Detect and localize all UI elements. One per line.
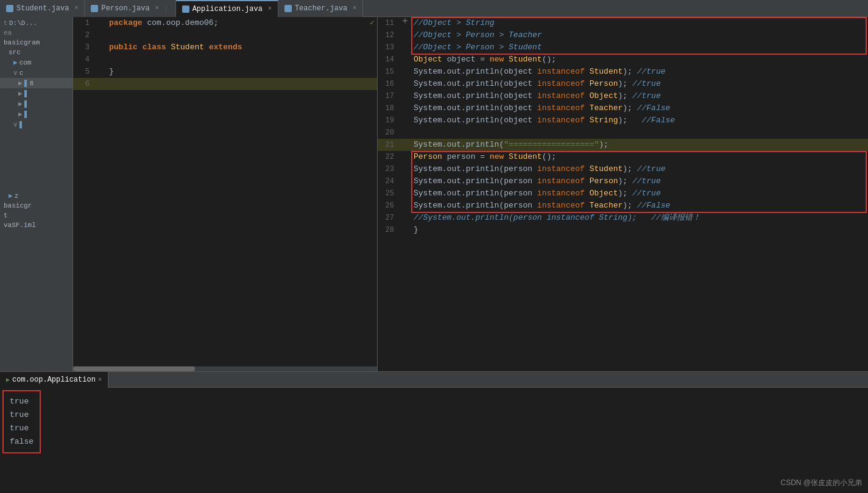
bottom-content: true true true false [0,388,868,493]
tab-teacher-java[interactable]: Teacher.java × [278,0,363,17]
code-line: 22 Person person = new Student(); [378,151,868,163]
tab-student-java[interactable]: Student.java × [0,0,85,17]
tab-application-java[interactable]: Application.java × [176,0,278,17]
close-icon[interactable]: × [268,5,272,12]
output-line-2: true [10,408,34,422]
tab-bar: Student.java × Person.java × ⋮ Applicati… [0,0,868,17]
sidebar-item-basicgram[interactable]: basicgram [0,38,72,47]
bottom-panel: ▶ com.oop.Application × true true true f… [0,371,868,493]
sidebar-item-inner3[interactable]: ▶ [0,109,72,119]
code-line: 11 //Object > String 12 //Object > Perso… [378,17,868,54]
code-line: 18 System.out.println(object instanceof … [378,102,868,114]
run-icon: ▶ [6,376,10,383]
code-line: 15 System.out.println(object instanceof … [378,66,868,78]
sidebar-item-inner2[interactable]: ▶ [0,99,72,109]
editor-right: 11 //Object > String 12 //Object > Perso… [378,17,868,371]
sidebar-item-inner1[interactable]: ▶ [0,88,72,99]
code-line: 28 } [378,224,868,236]
scrollbar[interactable] [73,366,377,371]
sidebar-item-com[interactable]: ▶ com [0,57,72,68]
output-line-1: true [10,395,34,408]
output-box: true true true false [2,390,41,453]
sidebar: t D:\D... ea basicgram src ▶ com ∨ c ▶ 6… [0,17,73,371]
code-line: 2 [73,29,377,41]
code-line: 17 System.out.println(object instanceof … [378,90,868,102]
split-icon: ⋮ [163,5,169,12]
scrollbar-thumb[interactable] [73,366,195,371]
close-bottom-tab[interactable]: × [98,376,102,383]
code-line-highlighted: 21 System.out.println("=================… [378,139,868,151]
sidebar-item-6[interactable]: ▶ 6 [0,78,72,88]
checkmark-icon: ✓ [370,17,375,29]
red-box-2-container: 22 Person person = new Student(); 23 Sys… [378,151,868,212]
code-line: 5 } [73,66,377,78]
sidebar-item-z[interactable]: ▶ z [0,191,72,201]
sidebar-item-t[interactable]: t [0,211,72,220]
close-icon[interactable]: × [155,5,159,12]
sidebar-item-ea[interactable]: ea [0,28,72,38]
editor-left: 1 package com.oop.demo06; ✓ 2 3 public c… [73,17,378,371]
tab-person-java[interactable]: Person.java × ⋮ [85,0,175,17]
code-area: 1 package com.oop.demo06; ✓ 2 3 public c… [73,17,868,371]
sidebar-item-c[interactable]: ∨ c [0,68,72,78]
code-line: 26 System.out.println(person instanceof … [378,200,868,212]
watermark: CSDN @张皮皮的小兄弟 [780,478,862,488]
code-line: 23 System.out.println(person instanceof … [378,163,868,175]
bottom-tab-bar: ▶ com.oop.Application × [0,372,868,388]
left-code-lines: 1 package com.oop.demo06; ✓ 2 3 public c… [73,17,377,366]
code-line: 24 System.out.println(person instanceof … [378,175,868,187]
output-line-4: false [10,435,34,449]
code-line-highlighted: 6 [73,78,377,90]
code-line: 16 System.out.println(object instanceof … [378,78,868,90]
code-line: 27 //System.out.println(person instanceo… [378,212,868,224]
code-line: 3 public class Student extends [73,41,377,54]
output-line-3: true [10,422,34,435]
sidebar-item-basicgr[interactable]: basicgr [0,201,72,211]
main-area: t D:\D... ea basicgram src ▶ com ∨ c ▶ 6… [0,17,868,371]
sidebar-item-expand[interactable]: ∨ [0,119,72,130]
sidebar-item-src[interactable]: src [0,47,72,57]
bottom-tab-run[interactable]: ▶ com.oop.Application × [0,372,108,388]
code-line: 20 [378,127,868,139]
code-line: 19 System.out.println(object instanceof … [378,114,868,127]
close-icon[interactable]: × [74,5,78,12]
sidebar-item-vasf[interactable]: vaSF.iml [0,220,72,230]
code-line: 4 [73,54,377,66]
code-line: 1 package com.oop.demo06; ✓ [73,17,377,29]
sidebar-path: t D:\D... [0,18,72,28]
right-code-lines: 11 //Object > String 12 //Object > Perso… [378,17,868,371]
code-line: 14 Object object = new Student(); [378,54,868,66]
code-line: 25 System.out.println(person instanceof … [378,187,868,200]
close-icon[interactable]: × [353,5,356,12]
